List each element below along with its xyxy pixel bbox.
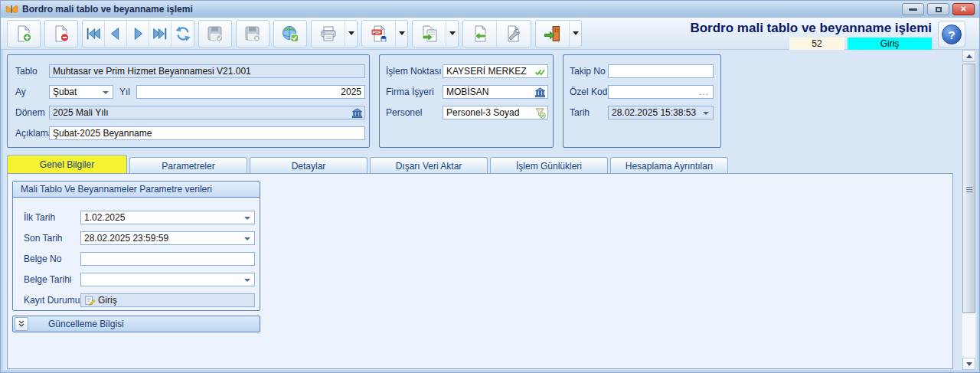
personel-value: Personel-3 Soyad <box>446 107 519 118</box>
vertical-scrollbar[interactable] <box>962 50 975 370</box>
next-record-button[interactable] <box>127 21 149 47</box>
update-info-bar[interactable]: Güncelleme Bilgisi <box>12 316 260 332</box>
web-send-icon <box>281 25 299 43</box>
scroll-track[interactable] <box>962 313 975 358</box>
app-window: Bordro mali tablo ve beyanname işlemi ✕ <box>0 0 980 373</box>
previous-record-button[interactable] <box>105 21 127 47</box>
save-cancel-button[interactable] <box>236 20 270 47</box>
ay-combobox[interactable]: Şubat <box>49 85 113 99</box>
butterfly-logo-icon <box>5 3 18 15</box>
save-icon <box>206 25 224 43</box>
last-record-button[interactable] <box>149 21 172 47</box>
close-button[interactable]: ✕ <box>952 3 975 15</box>
pdf-save-button[interactable]: PDF <box>362 21 396 47</box>
ilk-tarih-field[interactable]: 1.02.2025 <box>80 211 255 224</box>
import-tools-group <box>462 20 531 47</box>
scroll-down-button[interactable] <box>962 358 975 370</box>
groupbox-title: Mali Tablo Ve Beyannameler Parametre ver… <box>13 182 260 198</box>
islem-noktasi-field[interactable]: KAYSERİ MERKEZ <box>443 64 548 78</box>
export-button[interactable] <box>413 21 446 47</box>
triangle-down-icon <box>966 362 972 366</box>
web-send-button[interactable] <box>273 20 307 47</box>
tab-islem-gunlukleri[interactable]: İşlem Günlükleri <box>490 157 608 174</box>
first-record-icon <box>85 25 102 42</box>
status-badge: Giriş <box>848 38 932 50</box>
aciklama-label: Açıklama <box>15 128 53 139</box>
minimize-button[interactable] <box>902 3 924 15</box>
update-info-title: Güncelleme Bilgisi <box>48 319 124 329</box>
grip-icon <box>966 187 972 192</box>
help-button[interactable]: ? <box>938 21 965 47</box>
export-dropdown[interactable] <box>446 21 458 47</box>
save-button[interactable] <box>198 20 232 47</box>
chevron-down-icon <box>244 217 250 220</box>
tab-strip: Genel Bilgiler Parametreler Detaylar Dış… <box>7 155 730 174</box>
print-button[interactable] <box>312 21 345 47</box>
bank-icon <box>351 107 363 119</box>
chevron-down-icon <box>703 112 709 115</box>
meta-panel: Takip No Özel Kod ... Tarih 28.02.2025 1… <box>563 54 721 148</box>
save-cancel-icon <box>243 25 262 43</box>
record-navigation-group <box>82 20 194 47</box>
tablo-value: Muhtasar ve Prim Hizmet Beyannamesi V21.… <box>53 66 251 77</box>
export-group <box>412 20 459 47</box>
personel-field[interactable]: Personel-3 Soyad <box>443 106 548 119</box>
takip-no-input[interactable] <box>608 64 714 78</box>
pdf-dropdown[interactable] <box>396 21 407 47</box>
scroll-up-button[interactable] <box>962 50 975 62</box>
ozel-kod-field[interactable]: ... <box>608 85 714 99</box>
belge-tarihi-field[interactable] <box>80 273 255 286</box>
personel-label: Personel <box>386 107 422 118</box>
firma-isyeri-value: MOBİSAN <box>446 87 488 97</box>
refresh-button[interactable] <box>172 21 194 47</box>
exit-dropdown[interactable] <box>570 21 581 47</box>
tab-parametreler[interactable]: Parametreler <box>129 157 247 174</box>
tools-button[interactable] <box>497 21 531 47</box>
new-record-icon <box>15 25 33 43</box>
tarih-field[interactable]: 28.02.2025 15:38:53 <box>608 106 714 119</box>
window-title: Bordro mali tablo ve beyanname işlemi <box>22 4 193 15</box>
previous-record-icon <box>107 25 124 42</box>
expand-button[interactable] <box>15 317 28 331</box>
son-tarih-field[interactable]: 28.02.2025 23:59:59 <box>80 231 255 245</box>
islem-noktasi-label: İşlem Noktası <box>386 66 442 77</box>
tab-disari-veri-aktar[interactable]: Dışarı Veri Aktar <box>370 157 488 174</box>
parameters-groupbox: Mali Tablo Ve Beyannameler Parametre ver… <box>12 181 260 311</box>
yil-input[interactable] <box>136 85 365 99</box>
tab-genel-bilgiler[interactable]: Genel Bilgiler <box>7 155 127 174</box>
belge-no-input[interactable] <box>80 252 255 266</box>
new-record-button[interactable] <box>7 20 41 47</box>
import-button[interactable] <box>463 21 497 47</box>
aciklama-input[interactable] <box>49 126 365 140</box>
record-number-badge: 52 <box>789 38 844 50</box>
restore-button[interactable] <box>927 3 949 15</box>
titlebar: Bordro mali tablo ve beyanname işlemi ✕ <box>1 1 979 18</box>
ay-label: Ay <box>15 87 26 97</box>
ellipsis-button[interactable]: ... <box>699 87 709 97</box>
exit-button[interactable] <box>536 21 570 47</box>
tab-hesaplama-ayrintilari[interactable]: Hesaplama Ayrıntıları <box>610 157 728 174</box>
last-record-icon <box>152 25 168 42</box>
scroll-thumb[interactable] <box>962 64 975 313</box>
svg-text:PDF: PDF <box>372 30 381 34</box>
ay-value: Şubat <box>53 87 77 97</box>
donem-field[interactable]: 2025 Mali Yılı <box>49 106 365 119</box>
tablo-label: Tablo <box>15 66 38 77</box>
first-record-button[interactable] <box>83 21 105 47</box>
firma-isyeri-field[interactable]: MOBİSAN <box>443 85 548 99</box>
import-icon <box>471 25 489 43</box>
ilk-tarih-label: İlk Tarih <box>24 212 55 223</box>
tab-content: Mali Tablo Ve Beyannameler Parametre ver… <box>7 173 953 369</box>
donem-value: 2025 Mali Yılı <box>53 107 109 118</box>
kayit-durumu-field: Giriş <box>80 293 255 307</box>
print-group <box>311 20 358 47</box>
delete-record-button[interactable] <box>44 20 78 47</box>
pdf-group: PDF <box>361 20 408 47</box>
double-chevron-down-icon <box>17 319 26 329</box>
triangle-up-icon <box>966 54 972 58</box>
next-record-icon <box>129 25 146 42</box>
print-dropdown[interactable] <box>345 21 357 47</box>
tab-detaylar[interactable]: Detaylar <box>250 157 368 174</box>
print-icon <box>319 25 338 43</box>
help-icon: ? <box>942 25 962 44</box>
